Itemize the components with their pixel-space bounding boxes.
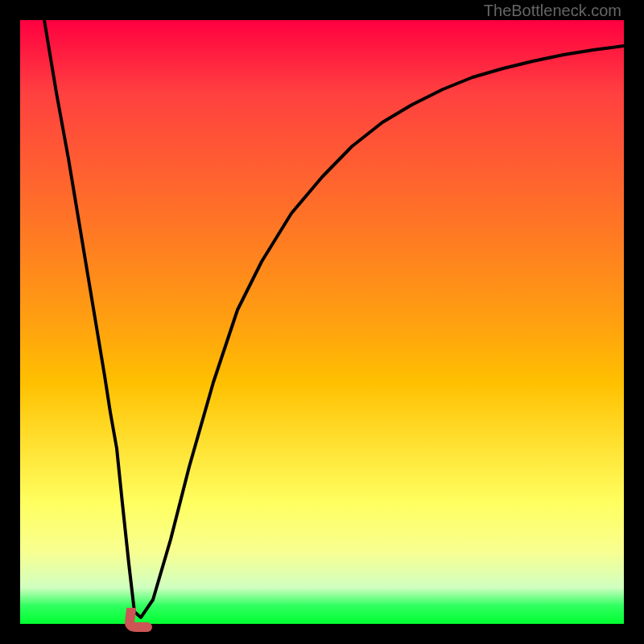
watermark-text: TheBottleneck.com — [484, 2, 621, 20]
bottleneck-curve-chart — [20, 20, 624, 624]
bottleneck-curve-line — [44, 20, 624, 617]
optimal-point-marker — [125, 608, 157, 632]
